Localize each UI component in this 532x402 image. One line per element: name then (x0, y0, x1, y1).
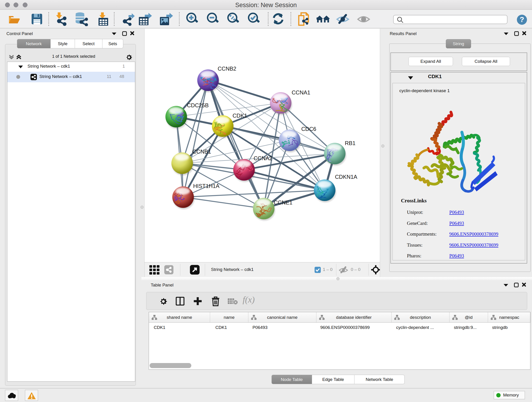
svg-text:CDC6: CDC6 (301, 126, 316, 132)
svg-text:RB1: RB1 (345, 140, 355, 146)
svg-text:CCNB2: CCNB2 (218, 65, 236, 72)
svg-text:HIST1H1A: HIST1H1A (193, 183, 220, 189)
svg-text:CCNB1: CCNB1 (192, 148, 211, 155)
svg-text:CDK1: CDK1 (233, 113, 247, 119)
svg-text:CDKN1A: CDKN1A (335, 174, 357, 180)
svg-text:CDC25B: CDC25B (187, 102, 209, 108)
svg-text:CCNA1: CCNA1 (292, 89, 310, 96)
svg-text:CCNA2: CCNA2 (254, 155, 272, 161)
svg-text:?: ? (520, 15, 524, 24)
svg-text:CCNE1: CCNE1 (274, 199, 292, 206)
